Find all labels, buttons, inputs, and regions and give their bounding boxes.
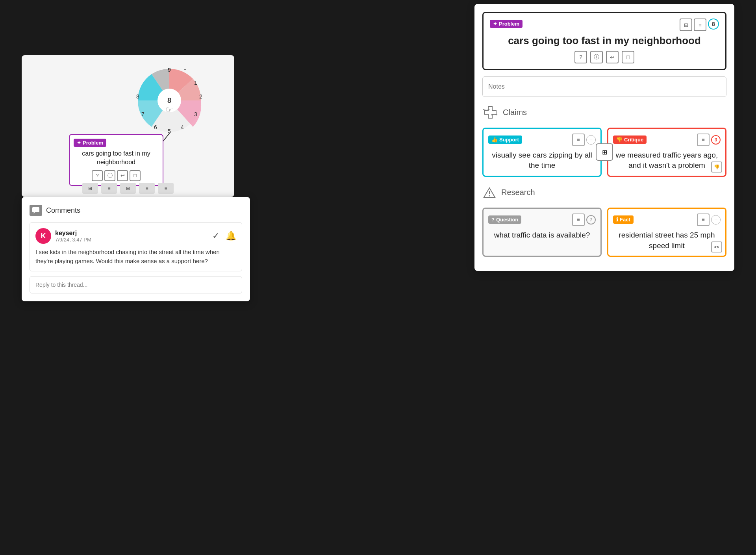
- critique-card: 👎 Critique ≡ 3 we measured traffic years…: [607, 128, 726, 177]
- fact-badge: ℹ Fact: [613, 215, 634, 224]
- svg-text:☞: ☞: [166, 105, 173, 114]
- bell-mute-icon[interactable]: 🔔: [226, 231, 236, 241]
- support-card: 👍 Support ≡ − visually see cars zipping …: [482, 128, 602, 177]
- fact-card-header: ℹ Fact ≡ −: [613, 213, 721, 226]
- notes-field[interactable]: [482, 76, 726, 97]
- support-card-header: 👍 Support ≡ −: [488, 134, 596, 146]
- question-sub-btn[interactable]: ?: [574, 51, 587, 63]
- critique-count: 3: [711, 135, 721, 145]
- expand-icon-container: ⊞: [596, 143, 613, 161]
- nav-btn-1[interactable]: ⊞: [82, 183, 98, 194]
- question-tools: ≡ 7: [572, 213, 596, 226]
- reply-input[interactable]: [30, 276, 242, 293]
- fact-corner-btn[interactable]: <>: [711, 241, 722, 252]
- question-card-header: ? Question ≡ 7: [488, 213, 596, 226]
- svg-text:9: 9: [168, 67, 171, 73]
- claims-icon: [482, 106, 498, 120]
- nav-btn-5[interactable]: ≡: [158, 183, 174, 194]
- fact-list-btn[interactable]: ≡: [697, 213, 710, 226]
- comment-text: I see kids in the neighborhood chasing i…: [35, 248, 236, 265]
- question-card: ? Question ≡ 7 what traffic data is avai…: [482, 208, 602, 257]
- svg-text:-: -: [184, 66, 186, 72]
- research-section-header: Research: [482, 183, 726, 202]
- fact-tools: ≡ −: [697, 213, 721, 226]
- thumbs-up-icon: 👍: [491, 137, 498, 143]
- problem-text-canvas: cars going too fast in my neighborhood: [74, 149, 159, 167]
- svg-text:2: 2: [199, 93, 202, 100]
- checkmark-icon[interactable]: ✓: [212, 231, 219, 241]
- svg-text:1: 1: [194, 80, 197, 86]
- svg-text:5: 5: [168, 128, 171, 134]
- comment-author: keyserj: [55, 230, 91, 237]
- support-tools: ≡ −: [572, 134, 596, 146]
- critique-badge: 👎 Critique: [613, 136, 647, 144]
- svg-text:8: 8: [167, 97, 171, 104]
- claims-section-header: Claims: [482, 103, 726, 122]
- fact-minus-btn[interactable]: −: [711, 215, 721, 225]
- claims-title: Claims: [503, 108, 527, 117]
- svg-text:3: 3: [194, 111, 197, 117]
- critique-list-btn[interactable]: ≡: [697, 134, 710, 146]
- puzzle-icon: ✦: [77, 140, 81, 146]
- comments-header: Comments: [30, 205, 242, 216]
- problem-title: cars going too fast in my neighborhood: [490, 34, 719, 48]
- fact-card: ℹ Fact ≡ − residential street has 25 mph…: [607, 208, 726, 257]
- critique-card-header: 👎 Critique ≡ 3: [613, 134, 721, 146]
- bottom-nav: ⊞ ≡ ⊞ ≡ ≡: [82, 183, 174, 194]
- count-badge: 8: [708, 19, 719, 30]
- pie-chart: 9 - 1 2 3 4 5 6 7 8 8 ☞: [132, 63, 211, 142]
- svg-point-25: [489, 195, 490, 196]
- note-btn-canvas[interactable]: □: [130, 170, 141, 181]
- info-sub-btn[interactable]: ⓘ: [590, 51, 603, 63]
- grid-tool-btn[interactable]: ⊞: [680, 19, 692, 31]
- list-tool-btn[interactable]: ≡: [694, 19, 706, 31]
- reply-sub-btn[interactable]: ↩: [606, 51, 619, 63]
- problem-badge-right: ✦ Problem: [490, 20, 523, 28]
- support-text: visually see cars zipping by all the tim…: [488, 150, 596, 171]
- question-btn-canvas[interactable]: ?: [92, 170, 103, 181]
- research-icon: [482, 186, 497, 200]
- svg-text:8: 8: [136, 93, 139, 100]
- note-sub-btn[interactable]: □: [622, 51, 634, 63]
- nav-btn-4[interactable]: ≡: [139, 183, 155, 194]
- reply-btn-canvas[interactable]: ↩: [117, 170, 128, 181]
- claims-cards-grid: 👍 Support ≡ − visually see cars zipping …: [482, 128, 726, 177]
- problem-card-top: ✦ Problem ⊞ ≡ 8: [490, 19, 719, 31]
- comment-actions: ✓ 🔔: [212, 231, 236, 241]
- sub-actions: ? ⓘ ↩ □: [490, 51, 719, 63]
- question-badge: ? Question: [488, 215, 521, 224]
- card-actions-canvas: ? ⓘ ↩ □: [74, 170, 159, 181]
- critique-corner-btn[interactable]: 👎: [711, 161, 722, 173]
- nav-btn-2[interactable]: ≡: [101, 183, 117, 194]
- puzzle-icon-right: ✦: [493, 21, 497, 27]
- research-title: Research: [501, 188, 535, 197]
- problem-card-tools: ⊞ ≡ 8: [680, 19, 719, 31]
- avatar: K: [35, 228, 51, 244]
- critique-tools: ≡ 3: [697, 134, 721, 146]
- question-mark-icon: ?: [491, 217, 495, 223]
- problem-badge-canvas: ✦ Problem: [74, 139, 106, 147]
- info-icon: ℹ: [616, 217, 618, 223]
- comment-date: 7/9/24, 3:47 PM: [55, 237, 91, 243]
- comment-meta: K keyserj 7/9/24, 3:47 PM ✓ 🔔: [35, 228, 236, 244]
- svg-text:6: 6: [154, 124, 157, 130]
- question-text: what traffic data is available?: [488, 230, 596, 241]
- critique-text: we measured traffic years ago, and it wa…: [613, 150, 721, 171]
- research-cards-grid: ? Question ≡ 7 what traffic data is avai…: [482, 208, 726, 257]
- canvas-panel: 9 - 1 2 3 4 5 6 7 8 8 ☞ ✦ Problem c: [22, 55, 234, 197]
- nav-btn-3[interactable]: ⊞: [120, 183, 136, 194]
- problem-card-right: ✦ Problem ⊞ ≡ 8 cars going too fast in m…: [482, 12, 726, 70]
- comments-panel: Comments K keyserj 7/9/24, 3:47 PM ✓ 🔔 I…: [22, 197, 250, 301]
- comment-item: K keyserj 7/9/24, 3:47 PM ✓ 🔔 I see kids…: [30, 222, 242, 271]
- expand-btn[interactable]: ⊞: [596, 143, 613, 161]
- svg-text:4: 4: [181, 124, 184, 130]
- comments-icon: [30, 205, 42, 216]
- support-minus-btn[interactable]: −: [586, 135, 596, 145]
- right-panel: ✦ Problem ⊞ ≡ 8 cars going too fast in m…: [474, 4, 734, 271]
- question-list-btn[interactable]: ≡: [572, 213, 585, 226]
- support-list-btn[interactable]: ≡: [572, 134, 585, 146]
- info-btn-canvas[interactable]: ⓘ: [104, 170, 115, 181]
- fact-text: residential street has 25 mph speed limi…: [613, 230, 721, 251]
- svg-rect-23: [32, 207, 39, 212]
- problem-card-canvas: ✦ Problem cars going too fast in my neig…: [69, 134, 163, 186]
